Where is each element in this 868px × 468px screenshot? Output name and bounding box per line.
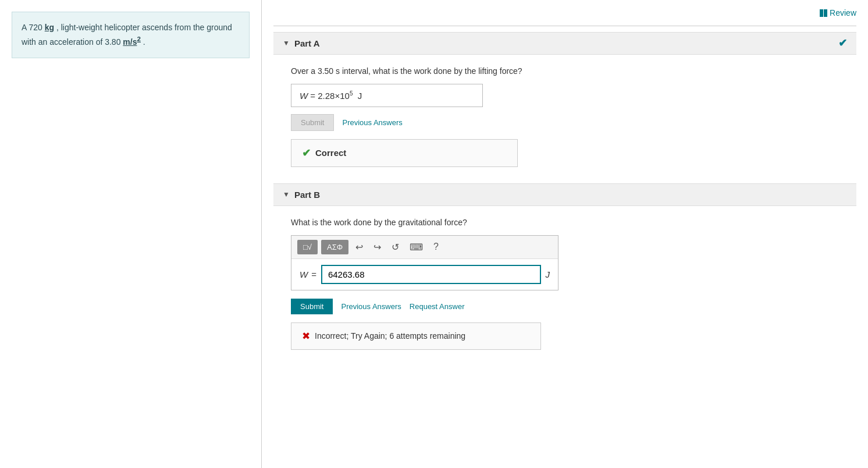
- math-input-row: W = J: [291, 259, 558, 290]
- correct-label: Correct: [315, 148, 346, 158]
- part-a-checkmark: ✔: [838, 37, 847, 49]
- undo-icon: ↩: [355, 242, 363, 252]
- part-a-submit-button[interactable]: Submit: [291, 114, 334, 131]
- part-a-question: Over a 3.50 s interval, what is the work…: [291, 66, 839, 76]
- part-a-answer-display: W = 2.28×105 J: [291, 84, 483, 107]
- keyboard-icon: ⌨: [410, 242, 423, 252]
- greek-symbols-button[interactable]: ΑΣΦ: [321, 240, 348, 254]
- correct-checkmark-icon: ✔: [302, 147, 311, 159]
- sqrt-icon: □√: [303, 243, 312, 251]
- request-answer-link[interactable]: Request Answer: [410, 302, 465, 311]
- part-b-previous-answers-link[interactable]: Previous Answers: [341, 302, 401, 311]
- superscript-2: 2: [137, 35, 140, 42]
- bookmark-icon: [820, 9, 827, 17]
- part-a-content: Over a 3.50 s interval, what is the work…: [273, 55, 856, 181]
- reset-button[interactable]: ↺: [388, 239, 403, 255]
- keyboard-button[interactable]: ⌨: [406, 239, 426, 255]
- math-answer-input[interactable]: [321, 265, 541, 284]
- w-label: W: [300, 270, 308, 279]
- part-b-header[interactable]: ▼ Part B: [273, 183, 856, 206]
- part-b-question: What is the work done by the gravitation…: [291, 218, 839, 227]
- part-b-submit-button[interactable]: Submit: [291, 299, 333, 314]
- math-sqrt-button[interactable]: □√: [297, 240, 318, 254]
- problem-statement: A 720 kg , light-weight helicopter ascen…: [12, 12, 250, 58]
- part-a-header[interactable]: ▼ Part A ✔: [273, 32, 856, 55]
- help-button[interactable]: ?: [430, 239, 442, 254]
- help-icon: ?: [433, 242, 439, 251]
- part-b-button-row: Submit Previous Answers Request Answer: [291, 299, 839, 314]
- chevron-down-icon: ▼: [283, 39, 290, 47]
- reset-icon: ↺: [392, 242, 399, 252]
- part-b-chevron-icon: ▼: [283, 190, 290, 198]
- part-a-previous-answers-link[interactable]: Previous Answers: [342, 118, 402, 127]
- redo-icon: ↪: [373, 242, 381, 252]
- left-panel: A 720 kg , light-weight helicopter ascen…: [0, 0, 262, 468]
- part-a-correct-box: ✔ Correct: [291, 139, 518, 167]
- part-b-incorrect-box: ✖ Incorrect; Try Again; 6 attempts remai…: [291, 322, 541, 350]
- greek-icon: ΑΣΦ: [327, 243, 343, 251]
- right-panel: Review ▼ Part A ✔ Over a 3.50 s interval…: [262, 0, 868, 468]
- math-input-container: □√ ΑΣΦ ↩ ↪ ↺ ⌨: [291, 235, 558, 290]
- undo-button[interactable]: ↩: [352, 239, 367, 255]
- redo-button[interactable]: ↪: [370, 239, 385, 255]
- review-link[interactable]: Review: [820, 8, 856, 17]
- equals-sign: =: [311, 270, 316, 279]
- review-label: Review: [830, 8, 856, 17]
- part-a-button-row: Submit Previous Answers: [291, 114, 839, 131]
- incorrect-x-icon: ✖: [302, 330, 310, 342]
- math-toolbar: □√ ΑΣΦ ↩ ↪ ↺ ⌨: [291, 236, 558, 259]
- part-b-content: What is the work done by the gravitation…: [273, 206, 856, 364]
- incorrect-text: Incorrect; Try Again; 6 attempts remaini…: [315, 331, 465, 341]
- acceleration-unit: m/s: [123, 37, 137, 47]
- part-a-label: Part A: [294, 38, 320, 48]
- review-area: Review: [273, 6, 856, 23]
- mass-value: kg: [45, 23, 54, 32]
- part-b-label: Part B: [294, 190, 320, 200]
- top-divider: [273, 26, 856, 26]
- unit-label: J: [546, 270, 550, 279]
